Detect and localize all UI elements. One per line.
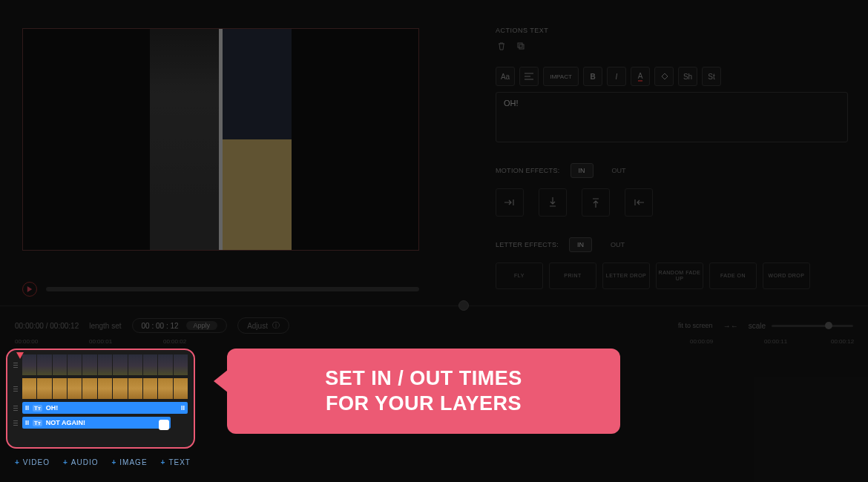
add-image-button[interactable]: +IMAGE (111, 458, 147, 466)
scale-thumb[interactable] (825, 322, 832, 329)
scale-control: scale (749, 322, 853, 330)
scale-slider[interactable] (772, 325, 853, 327)
text-format-toolbar: Aa IMPACT B I A Sh St (496, 67, 848, 86)
add-layer-row: +VIDEO +AUDIO +IMAGE +TEXT (15, 458, 191, 466)
adjust-label: Adjust (247, 322, 268, 330)
ruler-tick: 00:00:02 (163, 338, 186, 345)
add-audio-button[interactable]: +AUDIO (63, 458, 99, 466)
tutorial-callout-text: SET IN / OUT TIMES FOR YOUR LAYERS (325, 366, 522, 417)
add-text-label: TEXT (168, 458, 191, 466)
callout-line-1: SET IN / OUT TIMES (325, 367, 522, 389)
arrow-right-stop-icon (504, 198, 516, 207)
letter-effect-buttons: FLY PRINT LETTER DROP RANDOM FADE UP FAD… (496, 263, 848, 289)
text-clip-label: OH! (46, 404, 59, 412)
shadow-button[interactable]: Sh (678, 67, 697, 86)
letter-word-drop-button[interactable]: WORD DROP (763, 263, 810, 289)
letter-fade-on-button[interactable]: FADE ON (709, 263, 757, 289)
text-clip-not-again[interactable]: II Tт NOT AGAIN! ☜ (22, 417, 171, 429)
letter-out-tab[interactable]: OUT (602, 237, 633, 252)
track-drag-handle[interactable] (13, 417, 19, 429)
preview-frames (150, 29, 292, 250)
text-type-icon: Tт (33, 405, 42, 412)
text-track-2[interactable]: II Tт NOT AGAIN! ☜ (13, 417, 188, 429)
plus-icon: + (15, 458, 20, 466)
letter-effects-row: LETTER EFFECTS: IN OUT (496, 237, 848, 252)
duplicate-icon[interactable] (515, 40, 527, 52)
font-size-button[interactable]: Aa (496, 67, 515, 86)
panel-resize-handle[interactable] (458, 300, 469, 311)
text-content-input[interactable]: OH! (496, 92, 848, 142)
action-icon-row (496, 40, 848, 52)
info-icon: ⓘ (272, 320, 280, 331)
ruler-tick: 00:00:00 (15, 338, 38, 345)
arrow-up-stop-icon (591, 197, 600, 208)
video-clip-thumbs[interactable] (22, 354, 188, 375)
add-image-label: IMAGE (119, 458, 147, 466)
length-input-group: 00 : 00 : 12 Apply (132, 318, 228, 333)
inspector-panel: ACTIONS TEXT Aa IMPACT B I A Sh St OH! M… (496, 27, 848, 289)
play-button[interactable] (22, 282, 37, 297)
ruler-tick: 00:00:09 (690, 338, 713, 345)
track-drag-handle[interactable] (13, 378, 19, 399)
text-track-1[interactable]: II Tт OH! II (13, 402, 188, 414)
length-input[interactable]: 00 : 00 : 12 (142, 322, 179, 330)
actions-text-heading: ACTIONS TEXT (496, 27, 848, 34)
length-set-label: length set (89, 322, 121, 330)
ruler-tick: 00:00:12 (831, 338, 854, 345)
italic-button[interactable]: I (607, 67, 626, 86)
adjust-button[interactable]: Adjust ⓘ (237, 317, 289, 334)
text-color-button[interactable]: A (631, 67, 650, 86)
motion-direction-buttons (496, 188, 848, 217)
preview-clip-right (223, 29, 292, 250)
motion-up-button[interactable] (582, 188, 610, 217)
add-audio-label: AUDIO (71, 458, 99, 466)
motion-effects-label: MOTION EFFECTS: (496, 167, 560, 174)
align-button[interactable] (519, 67, 539, 86)
preview-clip-left (150, 29, 219, 250)
motion-right-button[interactable] (496, 188, 524, 217)
preview-canvas[interactable] (22, 28, 419, 251)
fit-to-screen-button[interactable]: fit to screen (678, 322, 713, 329)
align-icon (525, 73, 533, 80)
time-display: 00:00:00 / 00:00:12 (15, 322, 79, 330)
apply-button[interactable]: Apply (186, 321, 218, 330)
motion-down-button[interactable] (539, 188, 567, 217)
motion-in-tab[interactable]: IN (571, 163, 594, 178)
letter-drop-button[interactable]: LETTER DROP (602, 263, 650, 289)
clip-pause-icon: II (25, 419, 29, 426)
arrow-left-stop-icon (633, 198, 645, 207)
bold-button[interactable]: B (583, 67, 602, 86)
add-text-button[interactable]: +TEXT (161, 458, 191, 466)
add-video-button[interactable]: +VIDEO (15, 458, 50, 466)
timeline-playhead[interactable] (16, 352, 24, 360)
letter-random-fade-button[interactable]: RANDOM FADE UP (656, 263, 703, 289)
text-type-icon: Tт (33, 420, 42, 426)
video-editor-app: ACTIONS TEXT Aa IMPACT B I A Sh St OH! M… (0, 0, 868, 482)
letter-fly-button[interactable]: FLY (496, 263, 543, 289)
video-clip-thumbs[interactable] (22, 378, 188, 399)
font-family-button[interactable]: IMPACT (543, 67, 579, 86)
motion-left-button[interactable] (625, 188, 653, 217)
arrow-down-stop-icon (548, 197, 557, 208)
video-track-2[interactable] (13, 378, 188, 399)
text-clip-oh[interactable]: II Tт OH! II (22, 402, 188, 414)
playback-scrubber[interactable] (46, 287, 419, 291)
fill-color-button[interactable] (654, 67, 674, 86)
callout-line-2: FOR YOUR LAYERS (326, 392, 522, 415)
svg-rect-1 (519, 44, 524, 49)
track-drag-handle[interactable] (13, 402, 19, 414)
hand-cursor-icon: ☜ (159, 420, 169, 430)
motion-out-tab[interactable]: OUT (604, 163, 634, 178)
panel-divider (0, 306, 868, 306)
letter-in-tab[interactable]: IN (569, 237, 592, 252)
plus-icon: + (63, 458, 68, 466)
ruler-tick: 00:00:11 (764, 338, 787, 345)
timeline-layers-highlight: II Tт OH! II II Tт NOT AGAIN! ☜ (6, 349, 195, 449)
video-track-1[interactable] (13, 354, 188, 375)
stroke-button[interactable]: St (702, 67, 721, 86)
clip-end-handle[interactable]: II (181, 404, 185, 412)
tutorial-callout: SET IN / OUT TIMES FOR YOUR LAYERS (227, 349, 620, 434)
scale-label: scale (749, 322, 766, 330)
letter-print-button[interactable]: PRINT (549, 263, 596, 289)
trash-icon[interactable] (496, 40, 507, 52)
